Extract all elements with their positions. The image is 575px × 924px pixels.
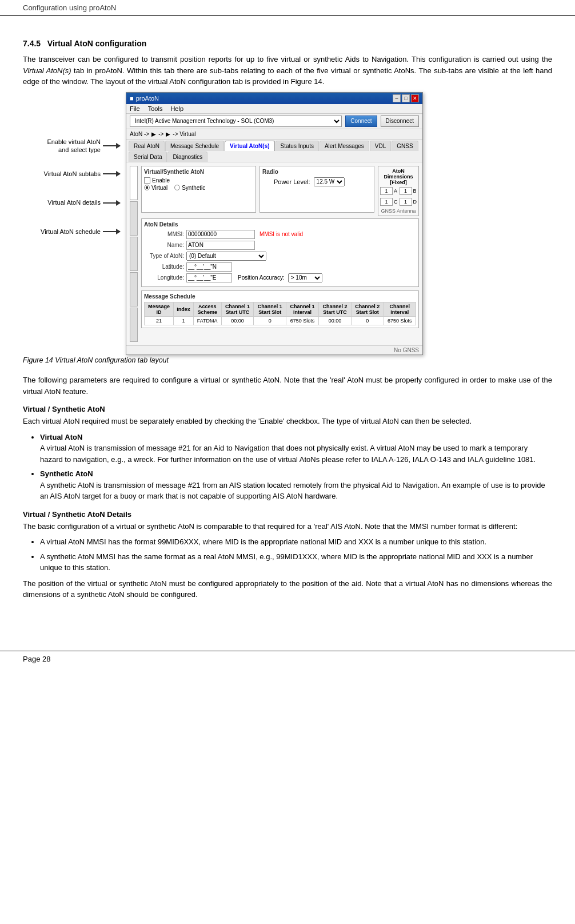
virtual-radio-label: Virtual bbox=[151, 185, 167, 191]
tab-vdl[interactable]: VDL bbox=[370, 141, 391, 151]
antenna-b: B bbox=[400, 187, 417, 195]
col-ch1-start-utc: Channel 1Start UTC bbox=[221, 302, 254, 316]
enable-checkbox-row: Enable bbox=[144, 177, 253, 184]
status-bar: No GNSS bbox=[126, 345, 422, 355]
antenna-a-input[interactable] bbox=[380, 187, 393, 195]
nav-aton: AtoN -> bbox=[130, 131, 149, 137]
tab-virtual-atons[interactable]: Virtual AtoN(s) bbox=[225, 141, 274, 151]
nav-sep2: ▶ bbox=[166, 131, 170, 137]
name-input[interactable] bbox=[186, 241, 255, 250]
window-controls[interactable]: – □ ✕ bbox=[393, 94, 419, 102]
aton-details-box: AtoN Details MMSI: MMSI is not valid Nam… bbox=[141, 218, 419, 287]
antenna-a: A bbox=[380, 187, 398, 195]
pos-accuracy-label: Position Accuracy: bbox=[238, 274, 285, 281]
cell-ch2-start-utc: 00:00 bbox=[319, 316, 352, 325]
section-heading: 7.4.5 Virtual AtoN configuration bbox=[23, 39, 552, 48]
antenna-dimensions-box: AtoN Dimensions [Fixed] A B bbox=[378, 166, 419, 216]
type-select[interactable]: (0) Default bbox=[186, 252, 266, 261]
antenna-d-input[interactable] bbox=[400, 198, 412, 206]
annotation-4: Virtual AtoN schedule bbox=[41, 228, 101, 235]
col-access-scheme: AccessScheme bbox=[193, 302, 221, 316]
page-footer: Page 28 bbox=[0, 651, 575, 667]
latitude-row: Latitude: bbox=[144, 262, 416, 272]
list-item-mmsi-synthetic: A synthetic AtoN MMSI has the same forma… bbox=[40, 551, 552, 573]
annotation-2: Virtual AtoN subtabs bbox=[44, 170, 101, 177]
minimize-button[interactable]: – bbox=[393, 94, 401, 102]
left-tab-5[interactable] bbox=[130, 308, 138, 342]
menu-help[interactable]: Help bbox=[170, 105, 183, 112]
type-label: Type of AtoN: bbox=[144, 253, 184, 259]
radio-box: Radio Power Level: 12.5 W bbox=[259, 166, 374, 213]
virtual-radio[interactable]: Virtual bbox=[144, 185, 167, 191]
connection-select[interactable]: Intel(R) Active Management Technology - … bbox=[130, 115, 342, 127]
connect-button[interactable]: Connect bbox=[345, 115, 377, 127]
gnss-antenna-label: GNSS Antenna bbox=[380, 208, 417, 214]
window-titlebar: ■ proAtoN – □ ✕ bbox=[126, 93, 422, 104]
window-body: Virtual/Synthetic AtoN Enable Virtual bbox=[126, 162, 422, 345]
menu-tools[interactable]: Tools bbox=[148, 105, 163, 112]
mmsi-label: MMSI: bbox=[144, 231, 184, 237]
mmsi-list: A virtual AtoN MMSI has the format 99MID… bbox=[40, 536, 552, 573]
nav-sep1: ▶ bbox=[151, 131, 156, 137]
main-content: 7.4.5 Virtual AtoN configuration The tra… bbox=[0, 16, 575, 628]
annotation-arrow-1 bbox=[103, 145, 120, 146]
left-tab-2[interactable] bbox=[130, 201, 138, 236]
details-heading: Virtual / Synthetic AtoN Details bbox=[23, 510, 552, 519]
header-title: Configuration using proAtoN bbox=[23, 3, 116, 12]
mmsi-input[interactable] bbox=[186, 230, 255, 239]
enable-checkbox[interactable] bbox=[144, 177, 150, 184]
tab-alert-messages[interactable]: Alert Messages bbox=[320, 141, 369, 151]
schedule-box: Message Schedule MessageID Index AccessS… bbox=[141, 290, 419, 328]
power-select[interactable]: 12.5 W bbox=[314, 177, 345, 186]
left-tab-3[interactable] bbox=[130, 237, 138, 271]
nav-toolbar: AtoN -> ▶ -> ▶ -> Virtual bbox=[126, 129, 422, 140]
name-label: Name: bbox=[144, 242, 184, 248]
close-button[interactable]: ✕ bbox=[411, 94, 419, 102]
tab-diagnostics[interactable]: Diagnostics bbox=[167, 152, 207, 162]
col-index: Index bbox=[174, 302, 194, 316]
main-panel: Virtual/Synthetic AtoN Enable Virtual bbox=[141, 166, 419, 342]
longitude-input[interactable] bbox=[186, 273, 232, 282]
left-tab-4[interactable] bbox=[130, 272, 138, 306]
antenna-title: AtoN Dimensions [Fixed] bbox=[380, 168, 417, 185]
antenna-b-input[interactable] bbox=[400, 187, 412, 195]
col-message-id: MessageID bbox=[145, 302, 174, 316]
menu-file[interactable]: File bbox=[130, 105, 140, 112]
schedule-title: Message Schedule bbox=[144, 293, 416, 300]
annotation-arrow-2 bbox=[103, 173, 120, 174]
synthetic-radio[interactable]: Synthetic bbox=[174, 185, 205, 191]
annotation-1: Enable virtual AtoNand select type bbox=[47, 138, 101, 153]
following-paragraph: The following parameters are required to… bbox=[23, 375, 552, 397]
status-text: No GNSS bbox=[394, 347, 419, 353]
cell-ch1-start-slot: 0 bbox=[254, 316, 286, 325]
name-row: Name: bbox=[144, 241, 416, 250]
window-title: ■ proAtoN bbox=[130, 95, 159, 102]
tab-real-aton[interactable]: Real AtoN bbox=[129, 141, 165, 151]
type-row: Type of AtoN: (0) Default bbox=[144, 252, 416, 261]
figure-caption: Figure 14 Virtual AtoN configuration tab… bbox=[23, 355, 552, 366]
position-note: The position of the virtual or synthetic… bbox=[23, 578, 552, 600]
atn-types-list: Virtual AtoN A virtual AtoN is transmiss… bbox=[40, 432, 552, 502]
mmsi-row: MMSI: MMSI is not valid bbox=[144, 230, 416, 239]
page-header: Configuration using proAtoN bbox=[0, 0, 575, 16]
pos-accuracy-select[interactable]: > 10m bbox=[288, 273, 322, 282]
list-item-virtual: Virtual AtoN A virtual AtoN is transmiss… bbox=[40, 432, 552, 465]
latitude-input[interactable] bbox=[186, 262, 232, 272]
virtual-synthetic-heading: Virtual / Synthetic AtoN bbox=[23, 405, 552, 413]
maximize-button[interactable]: □ bbox=[402, 94, 410, 102]
tab-serial-data[interactable]: Serial Data bbox=[129, 152, 167, 162]
schedule-table: MessageID Index AccessScheme Channel 1St… bbox=[144, 302, 416, 325]
left-tab-1[interactable] bbox=[130, 166, 138, 200]
cell-ch1-interval: 6750 Slots bbox=[286, 316, 319, 325]
tab-message-schedule[interactable]: Message Schedule bbox=[165, 141, 224, 151]
power-label: Power Level: bbox=[274, 178, 310, 185]
disconnect-button[interactable]: Disconnect bbox=[381, 115, 419, 127]
power-row: Power Level: 12.5 W bbox=[274, 177, 372, 186]
col-ch2-start-utc: Channel 2Start UTC bbox=[319, 302, 352, 316]
tab-gnss[interactable]: GNSS bbox=[392, 141, 418, 151]
tab-status-inputs[interactable]: Status Inputs bbox=[275, 141, 319, 151]
window-nav-tabs: Real AtoN Message Schedule Virtual AtoN(… bbox=[126, 140, 422, 162]
antenna-c-input[interactable] bbox=[380, 198, 393, 206]
details-body: The basic configuration of a virtual or … bbox=[23, 521, 552, 532]
left-tabs bbox=[130, 166, 138, 342]
